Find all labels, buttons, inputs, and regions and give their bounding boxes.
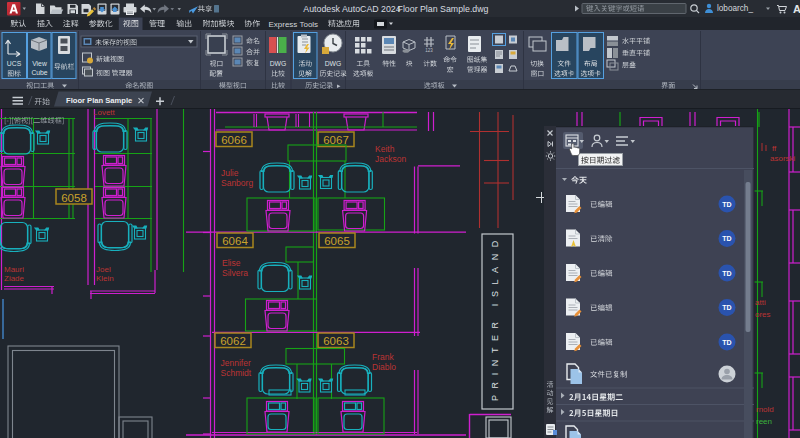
svg-text:Keith: Keith <box>375 144 395 154</box>
svg-text:Joel: Joel <box>96 265 111 274</box>
svg-text:Floor Plan Sample.dwg: Floor Plan Sample.dwg <box>398 4 489 14</box>
svg-text:6058: 6058 <box>61 192 87 204</box>
svg-text:Sanborg: Sanborg <box>221 178 253 188</box>
svg-text:Autodesk AutoCAD 2024: Autodesk AutoCAD 2024 <box>303 4 400 14</box>
svg-text:6064: 6064 <box>222 235 248 247</box>
svg-text:Cube: Cube <box>31 69 47 76</box>
svg-text:Elise: Elise <box>222 258 241 268</box>
svg-text:UCS: UCS <box>7 60 22 67</box>
svg-text:rnold: rnold <box>756 405 774 414</box>
svg-text:6062: 6062 <box>220 335 246 347</box>
svg-text:6065: 6065 <box>324 235 350 247</box>
svg-text:Jennifer: Jennifer <box>221 358 251 368</box>
svg-text:TD: TD <box>722 304 731 311</box>
svg-text:Diablo: Diablo <box>372 362 396 372</box>
svg-text:123: 123 <box>425 48 433 53</box>
svg-text:asorski: asorski <box>770 154 796 163</box>
svg-text:TD: TD <box>722 201 731 208</box>
svg-text:Jackson: Jackson <box>375 154 406 164</box>
svg-text:Frank: Frank <box>372 352 394 362</box>
svg-text:TD: TD <box>722 235 731 242</box>
svg-text:reen: reen <box>756 417 772 426</box>
svg-text:Klein: Klein <box>96 274 114 283</box>
svg-text:PRINTER ISLAND: PRINTER ISLAND <box>490 234 500 401</box>
svg-text:ores: ores <box>755 310 771 319</box>
svg-text:Julie: Julie <box>221 168 239 178</box>
svg-text:6063: 6063 <box>323 335 349 347</box>
svg-text:Mauri: Mauri <box>4 265 24 274</box>
svg-text:Ziade: Ziade <box>4 274 25 283</box>
svg-text:DWG: DWG <box>270 60 287 67</box>
svg-text:View: View <box>32 60 47 67</box>
svg-text:Silvera: Silvera <box>222 268 248 278</box>
svg-text:Express Tools: Express Tools <box>268 20 318 29</box>
svg-text:Schmidt: Schmidt <box>221 368 252 378</box>
svg-text:atti: atti <box>755 298 766 307</box>
svg-text:6067: 6067 <box>323 134 349 146</box>
svg-text:A: A <box>793 3 800 15</box>
svg-text:TD: TD <box>722 270 731 277</box>
svg-text:Floor Plan Sample: Floor Plan Sample <box>66 96 132 105</box>
svg-text:DWG: DWG <box>325 60 342 67</box>
svg-text:loboarch_: loboarch_ <box>717 4 753 13</box>
svg-text:6066: 6066 <box>221 134 247 146</box>
svg-text:TD: TD <box>722 339 731 346</box>
